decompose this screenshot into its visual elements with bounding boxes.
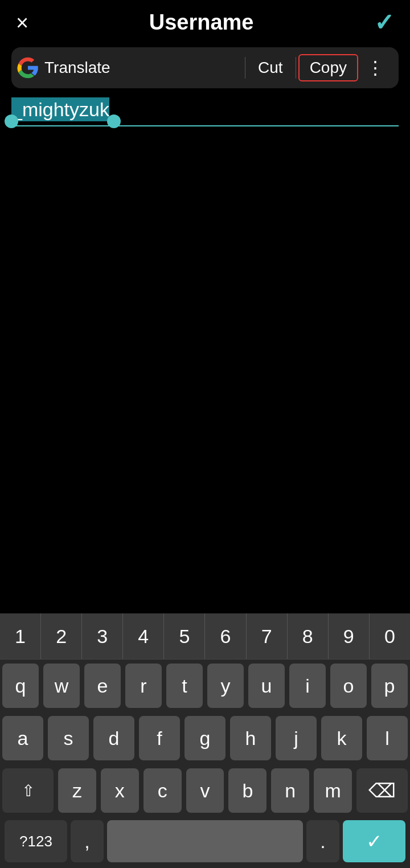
key-g[interactable]: g (184, 716, 226, 760)
bottom-row: ?123 , . ✓ (0, 817, 410, 868)
key-k[interactable]: k (321, 716, 362, 760)
key-m[interactable]: m (314, 768, 352, 813)
key-z[interactable]: z (58, 768, 96, 813)
key-5[interactable]: 5 (164, 613, 205, 659)
header: × Username ✓ (0, 0, 410, 45)
shift-key[interactable]: ⇧ (2, 768, 54, 813)
cut-button[interactable]: Cut (248, 59, 293, 77)
toolbar-divider2 (296, 57, 296, 79)
keyboard: 1 2 3 4 5 6 7 8 9 0 q w e r t y u i o p … (0, 613, 410, 868)
key-o[interactable]: o (330, 664, 367, 708)
key-q[interactable]: q (2, 664, 39, 708)
key-9[interactable]: 9 (329, 613, 370, 659)
key-w[interactable]: w (43, 664, 80, 708)
key-r[interactable]: r (125, 664, 162, 708)
close-button[interactable]: × (16, 12, 28, 34)
key-row-3: ⇧ z x c v b n m ⌫ (0, 764, 410, 817)
more-options-button[interactable]: ⋮ (358, 57, 393, 79)
key-8[interactable]: 8 (288, 613, 329, 659)
key-a[interactable]: a (2, 716, 43, 760)
key-y[interactable]: y (207, 664, 244, 708)
key-6[interactable]: 6 (205, 613, 246, 659)
space-key[interactable] (107, 820, 303, 862)
input-underline (11, 125, 399, 126)
copy-button[interactable]: Copy (298, 54, 358, 81)
translate-button[interactable]: Translate (42, 59, 243, 77)
key-e[interactable]: e (84, 664, 121, 708)
enter-key[interactable]: ✓ (343, 820, 405, 862)
key-b[interactable]: b (228, 768, 266, 813)
key-t[interactable]: t (166, 664, 203, 708)
numbers-symbols-key[interactable]: ?123 (5, 820, 67, 862)
comma-key[interactable]: , (71, 820, 104, 862)
key-row-2: a s d f g h j k l (0, 712, 410, 764)
key-l[interactable]: l (367, 716, 408, 760)
key-s[interactable]: s (48, 716, 89, 760)
toolbar-divider (245, 57, 245, 79)
key-n[interactable]: n (271, 768, 309, 813)
key-v[interactable]: v (186, 768, 224, 813)
google-icon (17, 57, 39, 79)
key-p[interactable]: p (371, 664, 408, 708)
key-j[interactable]: j (276, 716, 317, 760)
key-c[interactable]: c (144, 768, 182, 813)
key-u[interactable]: u (248, 664, 285, 708)
key-x[interactable]: x (101, 768, 139, 813)
key-3[interactable]: 3 (82, 613, 123, 659)
key-row-1: q w e r t y u i o p (0, 660, 410, 712)
confirm-button[interactable]: ✓ (374, 11, 394, 35)
key-f[interactable]: f (139, 716, 180, 760)
key-i[interactable]: i (289, 664, 326, 708)
number-row: 1 2 3 4 5 6 7 8 9 0 (0, 613, 410, 660)
key-h[interactable]: h (230, 716, 271, 760)
context-toolbar: Translate Cut Copy ⋮ (11, 47, 399, 88)
input-selected-text: _mightyzuk (11, 97, 109, 121)
page-title: Username (149, 10, 254, 35)
key-d[interactable]: d (93, 716, 134, 760)
key-7[interactable]: 7 (247, 613, 288, 659)
selection-handle-right (107, 114, 121, 128)
key-4[interactable]: 4 (123, 613, 164, 659)
key-2[interactable]: 2 (41, 613, 82, 659)
key-0[interactable]: 0 (370, 613, 410, 659)
key-1[interactable]: 1 (0, 613, 41, 659)
backspace-key[interactable]: ⌫ (356, 768, 408, 813)
period-key[interactable]: . (306, 820, 339, 862)
username-input-area[interactable]: _mightyzuk (11, 99, 399, 121)
